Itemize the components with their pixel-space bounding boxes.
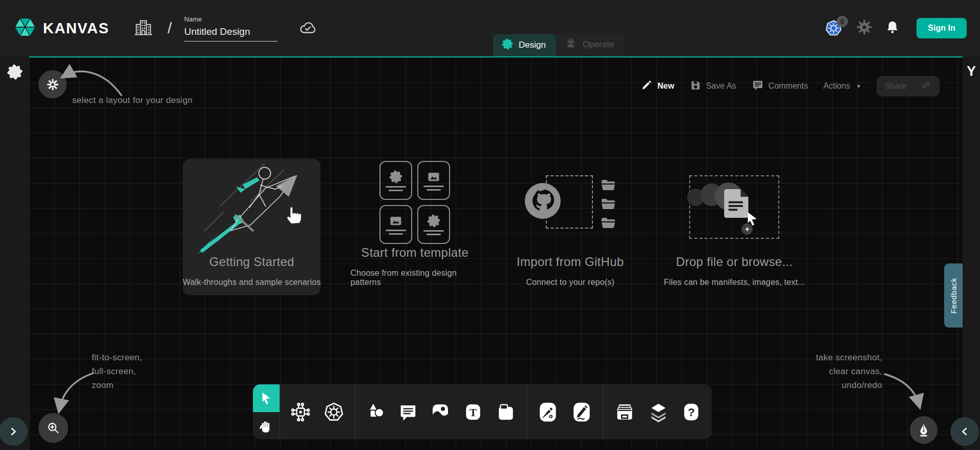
template-tile	[417, 205, 450, 244]
kanvas-logo-icon	[13, 15, 37, 41]
pen-tool[interactable]	[537, 401, 559, 423]
tab-design[interactable]: Design	[493, 34, 556, 56]
design-canvas[interactable]: select a layout for your design New	[29, 56, 963, 450]
operate-tab-icon	[564, 37, 578, 52]
tab-operate[interactable]: Operate	[556, 33, 624, 56]
share-button[interactable]: Share	[877, 76, 940, 96]
pencil-tool[interactable]	[571, 401, 592, 423]
canvas-action-bar: New Save As	[641, 76, 940, 96]
rocket-illustration	[183, 159, 321, 255]
comments-icon	[752, 79, 764, 93]
sign-in-button[interactable]: Sign In	[917, 18, 967, 38]
component-tool[interactable]	[290, 402, 311, 422]
shapes-tool[interactable]	[366, 402, 386, 422]
pointer-hand-icon	[285, 204, 304, 228]
card-subtitle: Walk-throughs and sample scenarios	[183, 278, 321, 287]
top-bar: KANVAS / Name	[0, 0, 980, 56]
layout-hint-text: select a layout for your design	[72, 95, 193, 106]
text-tool[interactable]: T	[463, 402, 483, 422]
layers-tool[interactable]	[648, 402, 669, 422]
image-tool[interactable]	[430, 402, 451, 422]
save-floppy-icon	[690, 79, 701, 93]
template-tile	[379, 205, 412, 244]
chevron-down-icon: ▼	[856, 83, 861, 89]
layout-hint-arrow	[57, 64, 124, 99]
save-as-button[interactable]: Save As	[690, 79, 736, 93]
logo-wordmark: KANVAS	[43, 20, 109, 37]
card-title: Start from template	[361, 246, 468, 260]
cloud-sync-status-icon	[297, 17, 318, 39]
canvas-controls-hint-arrow	[882, 369, 929, 414]
start-options: Getting Started Walk-throughs and sample…	[183, 159, 807, 295]
yaml-panel-icon[interactable]: Y	[967, 64, 976, 79]
meshery-spiral-icon[interactable]	[6, 64, 23, 83]
template-tiles	[350, 159, 479, 246]
expand-left-panel-button[interactable]	[0, 417, 28, 446]
pen-mode-button[interactable]	[910, 416, 938, 444]
drawer-tool[interactable]	[613, 401, 636, 423]
actions-dropdown[interactable]: Actions ▼	[823, 81, 861, 91]
card-title: Getting Started	[209, 255, 294, 269]
design-name-input[interactable]	[184, 25, 278, 42]
settings-gear-icon[interactable]	[856, 19, 872, 37]
design-name-label: Name	[184, 15, 278, 23]
start-from-template-card[interactable]: Start from template Choose from existing…	[350, 159, 479, 295]
context-count-badge: 0	[837, 16, 848, 27]
organization-icon[interactable]	[133, 16, 154, 40]
feedback-tab[interactable]: Feedback	[944, 263, 963, 328]
repo-folder-icons	[599, 176, 617, 231]
kubernetes-context-icon[interactable]: 0	[824, 19, 844, 37]
right-edge-panel: Y	[963, 56, 980, 450]
card-title: Drop file or browse...	[676, 255, 793, 269]
view-controls-hint: fit-to-screen, full-screen, zoom	[92, 351, 142, 392]
breadcrumb-separator: /	[167, 19, 172, 37]
view-controls-hint-arrow	[50, 369, 97, 416]
card-title: Import from GitHub	[517, 255, 624, 269]
template-tile	[379, 161, 412, 200]
kanvas-app: KANVAS / Name	[0, 0, 980, 450]
kanvas-logo[interactable]: KANVAS	[13, 15, 109, 41]
github-octocat-icon	[522, 180, 563, 223]
share-link-icon	[920, 79, 931, 93]
canvas-controls-hint: take screenshot, clear canvas, undo/redo	[816, 351, 882, 392]
getting-started-card[interactable]: Getting Started Walk-throughs and sample…	[183, 159, 321, 295]
help-tool[interactable]: ?	[681, 402, 701, 422]
comment-tool[interactable]	[398, 402, 418, 422]
zoom-button[interactable]	[38, 413, 68, 443]
kubernetes-tool[interactable]	[323, 401, 345, 423]
design-name-field: Name	[184, 15, 278, 42]
svg-text:?: ?	[688, 406, 695, 419]
cursor-tool[interactable]	[253, 384, 280, 412]
expand-right-panel-button[interactable]	[950, 417, 979, 446]
comments-button[interactable]: Comments	[752, 79, 808, 93]
mode-tabs: Design Operate	[493, 33, 624, 56]
design-tab-icon	[501, 38, 514, 52]
card-subtitle: Choose from existing design patterns	[350, 269, 479, 287]
sticky-note-tool[interactable]	[496, 402, 516, 422]
notifications-bell-icon[interactable]	[885, 19, 900, 37]
plus-badge-icon: +	[741, 223, 753, 235]
new-pencil-icon	[641, 79, 653, 93]
card-subtitle: Files can be manifests, images, text...	[664, 278, 805, 287]
template-tile	[417, 161, 450, 200]
drop-zone-dashed-frame: +	[689, 175, 779, 239]
left-edge-panel	[0, 56, 29, 450]
import-from-github-card[interactable]: Import from GitHub Connect to your repo(…	[509, 159, 632, 295]
pan-hand-tool[interactable]	[253, 412, 280, 439]
card-subtitle: Connect to your repo(s)	[526, 278, 614, 287]
new-button[interactable]: New	[641, 79, 674, 93]
select-layout-button[interactable]	[38, 70, 67, 98]
tool-dock: T	[253, 384, 712, 439]
header-right-cluster: 0	[824, 18, 967, 38]
drop-file-card[interactable]: + Drop file or browse... Files can be ma…	[662, 159, 807, 295]
svg-text:T: T	[470, 406, 477, 419]
